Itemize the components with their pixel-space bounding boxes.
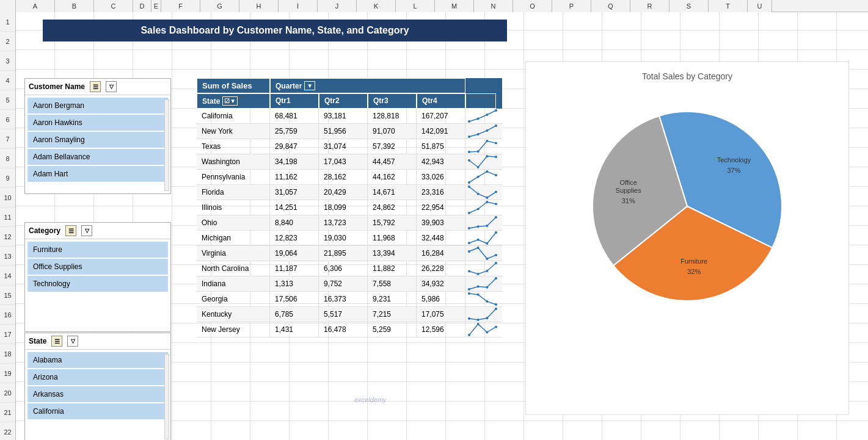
customer-slicer: Customer Name ☰ ▽ Aaron BergmanAaron Haw… <box>24 78 171 194</box>
category-slicer-item[interactable]: Office Supplies <box>27 259 168 275</box>
table-row: Ohio 8,840 13,723 15,792 39,903 <box>197 215 502 231</box>
svg-point-45 <box>477 285 480 287</box>
category-slicer-multiselect-icon[interactable]: ☰ <box>65 225 76 236</box>
pivot-q2-cell: 5,517 <box>319 307 368 322</box>
pivot-q2-cell: 16,478 <box>319 322 368 337</box>
pivot-q4-cell: 22,954 <box>417 200 465 215</box>
pivot-q1-cell: 1,431 <box>270 322 319 337</box>
pivot-q2-cell: 51,956 <box>319 124 368 139</box>
quarter-dropdown-btn[interactable]: ▼ <box>304 81 315 90</box>
pivot-state-col-header: State ☑▼ <box>197 93 270 109</box>
corner-cell <box>0 0 16 12</box>
customer-slicer-scrollbar[interactable] <box>164 99 169 191</box>
state-slicer-item[interactable]: Arkansas <box>27 386 168 402</box>
pivot-sum-of-sales: Sum of Sales <box>197 78 270 93</box>
pivot-state-cell: Ohio <box>197 215 270 230</box>
svg-point-32 <box>468 242 470 244</box>
table-row: Virginia 19,064 21,895 13,394 16,284 <box>197 246 502 261</box>
state-slicer-item[interactable]: California <box>27 403 168 419</box>
pivot-q2-cell: 17,043 <box>319 154 368 169</box>
pivot-q1-cell: 25,759 <box>270 124 319 139</box>
customer-slicer-item[interactable]: Adam Hart <box>27 166 168 182</box>
pivot-q4-cell: 5,986 <box>417 292 465 306</box>
pivot-q2-cell: 13,723 <box>319 215 368 230</box>
svg-point-1 <box>477 117 480 120</box>
customer-slicer-item[interactable]: Aaron Hawkins <box>27 115 168 131</box>
pivot-q2-cell: 19,030 <box>319 231 368 245</box>
pivot-state-cell: Georgia <box>197 292 270 306</box>
pivot-q4-cell: 142,091 <box>417 124 465 139</box>
customer-slicer-item[interactable]: Adam Bellavance <box>27 149 168 165</box>
pivot-q3-cell: 11,968 <box>368 231 417 245</box>
pivot-q1-cell: 17,506 <box>270 292 319 306</box>
pivot-q3-cell: 128,818 <box>368 109 417 123</box>
pivot-qtr2-header: Qtr2 <box>319 93 368 109</box>
table-row: Pennsylvania 11,162 28,162 44,162 33,026 <box>197 170 502 185</box>
svg-point-18 <box>486 170 488 173</box>
category-slicer-item[interactable]: Furniture <box>27 242 168 258</box>
pivot-sparkline-cell <box>465 170 500 184</box>
pivot-q1-cell: 6,785 <box>270 307 319 322</box>
pie-label-furniture: Furniture <box>680 258 707 265</box>
svg-point-8 <box>468 151 470 153</box>
pivot-sparkline-cell <box>465 139 500 154</box>
category-slicer-title: Category <box>29 226 60 235</box>
category-slicer-item[interactable]: Technology <box>27 276 168 292</box>
pivot-q4-cell: 23,316 <box>417 185 465 200</box>
state-slicer-multiselect-icon[interactable]: ☰ <box>51 336 62 347</box>
state-slicer-title: State <box>29 337 46 345</box>
col-header-D: D <box>133 0 151 12</box>
svg-point-47 <box>495 277 497 280</box>
svg-point-55 <box>495 308 497 310</box>
customer-slicer-item[interactable]: Aaron Smayling <box>27 132 168 148</box>
pivot-header-row1: Sum of Sales Quarter ▼ <box>197 78 502 93</box>
pivot-q1-cell: 29,847 <box>270 139 319 154</box>
row-header-6: 6 <box>0 110 16 129</box>
pivot-state-cell: California <box>197 109 270 123</box>
customer-slicer-title: Customer Name <box>29 82 85 91</box>
state-filter-btn[interactable]: ☑▼ <box>222 96 238 106</box>
customer-slicer-header: Customer Name ☰ ▽ <box>25 79 170 95</box>
pivot-q1-cell: 12,823 <box>270 231 319 245</box>
col-header-H: H <box>239 0 279 12</box>
pivot-q4-cell: 39,903 <box>417 215 465 230</box>
state-slicer-item[interactable]: Arizona <box>27 369 168 385</box>
pivot-q4-cell: 16,284 <box>417 246 465 261</box>
row-header-16: 16 <box>0 305 16 325</box>
table-row: Michigan 12,823 19,030 11,968 32,448 <box>197 231 502 246</box>
pivot-q2-cell: 93,181 <box>319 109 368 123</box>
col-header-R: R <box>630 0 669 12</box>
svg-point-39 <box>495 254 497 256</box>
col-header-A: A <box>16 0 55 12</box>
row-header-20: 20 <box>0 383 16 403</box>
customer-slicer-item[interactable]: Aaron Bergman <box>27 98 168 114</box>
svg-point-46 <box>486 286 488 289</box>
col-header-T: T <box>709 0 748 12</box>
row-header-9: 9 <box>0 168 16 188</box>
svg-point-57 <box>477 323 480 325</box>
svg-point-27 <box>495 203 497 205</box>
row-header-11: 11 <box>0 207 16 227</box>
svg-point-52 <box>468 317 470 320</box>
table-row: New Jersey 1,431 16,478 5,259 12,596 <box>197 322 502 337</box>
customer-slicer-multiselect-icon[interactable]: ☰ <box>90 81 101 92</box>
state-slicer-items: AlabamaArizonaArkansasCalifornia <box>25 350 170 422</box>
pivot-qtr1-header: Qtr1 <box>270 93 319 109</box>
pivot-q4-cell: 17,075 <box>417 307 465 322</box>
category-slicer-filter-icon[interactable]: ▽ <box>81 225 92 236</box>
pivot-q1-cell: 68,481 <box>270 109 319 123</box>
pivot-q1-cell: 34,198 <box>270 154 319 169</box>
pivot-state-cell: Pennsylvania <box>197 170 270 184</box>
state-slicer-item[interactable]: Alabama <box>27 352 168 368</box>
state-slicer-filter-icon[interactable]: ▽ <box>67 336 78 347</box>
customer-slicer-filter-icon[interactable]: ▽ <box>106 81 117 92</box>
svg-point-34 <box>486 242 488 245</box>
row-header-14: 14 <box>0 266 16 286</box>
pivot-state-cell: Florida <box>197 185 270 200</box>
col-header-N: N <box>474 0 513 12</box>
state-slicer-scrollbar[interactable] <box>164 354 169 439</box>
pivot-qtr3-header: Qtr3 <box>368 93 417 109</box>
col-header-P: P <box>552 0 591 12</box>
table-row: Florida 31,057 20,429 14,671 23,316 <box>197 185 502 200</box>
pivot-state-cell: Illinois <box>197 200 270 215</box>
